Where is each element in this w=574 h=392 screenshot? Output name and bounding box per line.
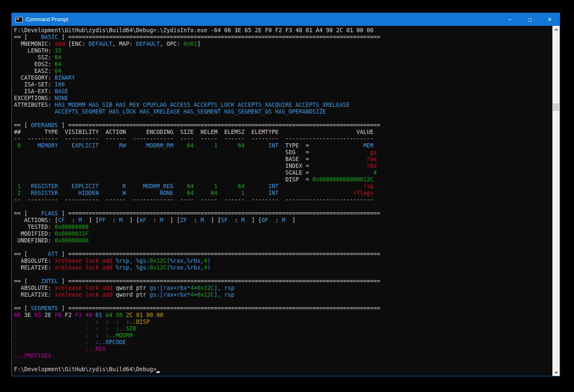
terminal-text-segment: M (241, 217, 245, 223)
terminal-line: F:\Development\GitHub\zydis\Build64\Debu… (14, 27, 552, 34)
terminal-text-segment: : (14, 339, 17, 345)
terminal-text-segment: LENGTH: (14, 47, 55, 54)
terminal-line: :..PREFIXES (14, 353, 552, 359)
terminal-text-segment: REGISTER EXPLICIT R MODRM_REG (21, 183, 173, 189)
terminal-text-segment: ] [ (245, 217, 262, 223)
terminal-text-segment: : (85, 339, 89, 345)
terminal-text-segment: DEFAULT (136, 41, 160, 47)
terminal-text-segment: ## TYPE VISIBILITY ACTION ENCODING SIZE … (14, 129, 374, 135)
terminal-text-segment: TESTED: (14, 224, 55, 230)
terminal-text-segment: 64 64 1 (173, 190, 244, 196)
terminal-line: == [ ATT ] =============================… (14, 251, 552, 258)
terminal-text-segment: 0x12C (197, 285, 214, 291)
console-area[interactable]: F:\Development\GitHub\zydis\Build64\Debu… (12, 26, 552, 376)
terminal-text-segment (89, 339, 95, 345)
terminal-text-segment: AF (139, 217, 146, 223)
terminal-text-segment: 64 (55, 61, 61, 67)
terminal-text-segment: 2C 01 00 00 (126, 312, 163, 318)
terminal-line: : : : :..MODRM (14, 332, 552, 339)
terminal-text-segment: ] (197, 41, 200, 47)
terminal-line: == [ SEGMENTS ] ========================… (14, 305, 552, 312)
terminal-text-segment: M (78, 217, 82, 223)
scrollbar-thumb[interactable] (553, 103, 559, 111)
terminal-text-segment: UNDEFINED: (14, 237, 55, 244)
terminal-text-segment: ZF (180, 217, 187, 223)
terminal-text-segment: 66 (14, 312, 21, 318)
terminal-text-segment: OF (262, 217, 269, 223)
title-bar[interactable]: Command Prompt ─ □ ✕ (12, 13, 560, 26)
terminal-text-segment: :..MODRM (105, 332, 133, 339)
terminal-text-segment: ] [ (122, 217, 139, 223)
minimize-button[interactable]: ─ (500, 13, 520, 26)
scroll-down-button[interactable] (552, 369, 560, 376)
terminal-line: ABSOLUTE: xrelease lock add %rsp, %gs:0x… (14, 258, 552, 264)
terminal-text-segment (99, 325, 105, 332)
terminal-text-segment: %rsp, %gs: (116, 258, 150, 264)
terminal-text-segment: SEG = (14, 149, 370, 156)
terminal-text-segment: 1 (14, 183, 21, 189)
cmd-icon-prompt-mark (17, 18, 19, 19)
terminal-text-segment: 0x01 (183, 41, 197, 47)
close-button[interactable]: ✕ (540, 13, 560, 26)
terminal-text-segment: 3E (21, 312, 34, 318)
terminal-text-segment: ] ======================================… (58, 122, 380, 128)
terminal-output[interactable]: F:\Development\GitHub\zydis\Build64\Debu… (14, 27, 552, 373)
terminal-line (14, 115, 552, 122)
terminal-line: TESTED: 0x00000000 (14, 224, 552, 231)
terminal-line: SCALE = 4 (14, 170, 552, 176)
terminal-text-segment: ] ======================================… (58, 278, 380, 284)
terminal-line: INDEX = rbx (14, 163, 552, 170)
terminal-line: == [ BASIC ] ===========================… (14, 34, 552, 41)
cmd-icon[interactable] (16, 17, 22, 22)
terminal-text-segment: :..SIB (116, 325, 136, 332)
terminal-text-segment: ] [ (82, 217, 99, 223)
terminal-line: : :..REX (14, 346, 552, 353)
terminal-text-segment: TYPE = (278, 142, 363, 149)
terminal-text-segment: ISA-SET: (14, 81, 55, 88)
terminal-text-segment: : (146, 217, 160, 223)
terminal-line: EOSZ: 64 (14, 61, 552, 68)
terminal-text-segment: CF (58, 217, 65, 223)
terminal-text-segment (17, 339, 85, 345)
terminal-line: SEG = gs (14, 149, 552, 156)
terminal-text-segment: MEMORY EXPLICIT RW MODRM_RM (21, 142, 173, 149)
terminal-text-segment: NONE (55, 95, 68, 101)
terminal-text-segment: PF (99, 217, 105, 223)
terminal-text-segment: FLAGS (31, 210, 58, 217)
terminal-line: UNDEFINED: 0x00000000 (14, 237, 552, 244)
terminal-text-segment: ACCEPTS_SEGMENT HAS_LOCK HAS_XRELEASE HA… (14, 108, 326, 115)
terminal-text-segment: ) (207, 258, 211, 264)
terminal-text-segment: ] [ (163, 217, 180, 223)
terminal-text-segment: EOSZ: (14, 61, 55, 67)
terminal-text-segment: F3 (75, 312, 82, 318)
terminal-text-segment: :..REX (85, 346, 105, 352)
terminal-text-segment: : (105, 325, 109, 332)
terminal-text-segment: 65 (34, 312, 41, 318)
terminal-text-segment: 2E (41, 312, 55, 318)
terminal-text-segment: HAS_MODRM HAS_SIB HAS_REX CPUFLAG_ACCESS… (55, 102, 349, 108)
terminal-text-segment: == [ (14, 278, 31, 284)
terminal-line: MNEMONIC: add [ENC: DEFAULT, MAP: DEFAUL… (14, 41, 552, 47)
maximize-button[interactable]: □ (520, 13, 540, 26)
terminal-text-segment: INT (244, 142, 278, 149)
terminal-line: -- --------- ---------- ------ ---------… (14, 136, 552, 142)
terminal-text-segment: I86 (55, 81, 65, 88)
scroll-up-button[interactable] (552, 26, 560, 33)
terminal-line: ATTRIBUTES: HAS_MODRM HAS_SIB HAS_REX CP… (14, 102, 552, 108)
terminal-text-segment: [ENC: (65, 41, 89, 47)
terminal-text-segment (89, 325, 95, 332)
terminal-text-segment: SEGMENTS (31, 305, 58, 311)
terminal-line: == [ INTEL ] ===========================… (14, 278, 552, 285)
terminal-text-segment: :..PREFIXES (14, 353, 51, 359)
terminal-text-segment (89, 332, 95, 339)
terminal-text-segment: ATT (31, 251, 58, 257)
terminal-text-segment: 48 (85, 312, 92, 318)
terminal-text-segment: 0x12C (150, 258, 166, 264)
terminal-text-segment (92, 312, 95, 318)
terminal-text-segment: -- --------- ---------- ------ ---------… (14, 197, 374, 203)
terminal-text-segment (17, 332, 85, 339)
terminal-text-segment: INDEX = (14, 163, 367, 169)
terminal-text-segment: , MAP: (112, 41, 136, 47)
terminal-text-segment: 4 (374, 170, 377, 176)
scrollbar-track[interactable] (552, 26, 560, 376)
